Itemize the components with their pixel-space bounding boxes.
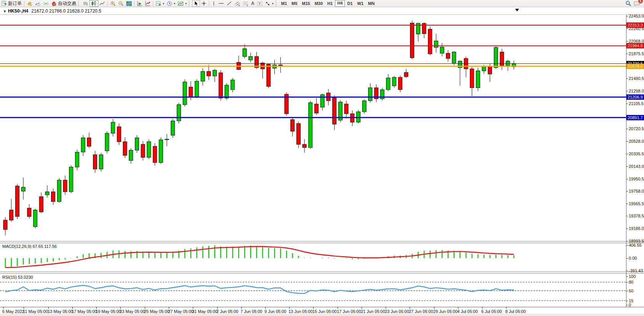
chart-menu-triangle-icon[interactable]: ▼: [3, 10, 6, 13]
candle: [303, 144, 306, 148]
trendline-button[interactable]: [225, 0, 233, 6]
tick-mark: [626, 104, 628, 104]
channel-icon: E: [234, 1, 240, 6]
line-chart-button[interactable]: [98, 0, 106, 6]
candle: [428, 29, 432, 54]
candle: [27, 208, 31, 217]
arrows-button[interactable]: ▾: [264, 0, 275, 6]
fibonacci-button[interactable]: F: [242, 0, 250, 6]
separator: [24, 1, 24, 6]
tick-mark: [265, 307, 266, 309]
styles-button[interactable]: [26, 0, 34, 6]
price-tag: 21994.8: [626, 43, 644, 48]
timeframe-d1[interactable]: D1: [345, 0, 355, 6]
dropdown-caret: ▾: [185, 2, 187, 5]
candle: [135, 138, 139, 150]
crosshair-button[interactable]: [200, 0, 208, 6]
tick-mark: [626, 258, 628, 259]
time-axis-label: 13 May 05:00: [48, 309, 73, 314]
candle: [476, 71, 480, 88]
chat-icon[interactable]: 1: [634, 0, 640, 6]
tick-mark: [120, 307, 121, 309]
time-axis-label: 29 Jun 05:00: [433, 309, 458, 314]
zoom-in-button[interactable]: [109, 0, 117, 6]
candle: [434, 41, 438, 47]
chart-shift-marker-icon[interactable]: [515, 9, 519, 11]
candle: [165, 139, 169, 140]
candle: [63, 180, 67, 192]
candle: [225, 85, 229, 98]
candle: [21, 187, 25, 191]
time-axis-label: 6 May 2022: [2, 309, 24, 314]
time-axis-label: 13 Jun 05:00: [288, 309, 313, 314]
indicator-axis-tick: 0: [629, 303, 644, 307]
market-watch-button[interactable]: [34, 0, 42, 6]
indicator-chart-button[interactable]: [144, 0, 152, 6]
search-icon[interactable]: [625, 0, 631, 6]
bar-chart-button[interactable]: [82, 0, 90, 6]
rsi-value: 53.0230: [18, 275, 33, 279]
time-axis-label: 23 Jun 05:00: [385, 309, 409, 314]
chart-canvas[interactable]: [0, 0, 644, 316]
candle: [177, 105, 181, 121]
candle: [452, 52, 456, 63]
signals-button[interactable]: [42, 0, 50, 6]
text-label-button[interactable]: T: [256, 0, 264, 6]
fibonacci-icon: F: [243, 1, 249, 6]
auto-trading-button[interactable]: 自动交易: [50, 0, 77, 6]
candle: [45, 192, 49, 195]
strategy-tester-button[interactable]: [136, 0, 144, 6]
candle: [392, 77, 396, 86]
new-order-button[interactable]: 新订单: [0, 0, 23, 6]
text-button[interactable]: A: [250, 0, 256, 6]
timeframe-w1[interactable]: W1: [355, 0, 366, 6]
tick-mark: [48, 307, 49, 309]
tick-mark: [626, 154, 628, 154]
toolbar-grip[interactable]: [276, 1, 278, 6]
timeframe-m5[interactable]: M5: [289, 0, 300, 6]
svg-text:T: T: [258, 2, 261, 5]
candle: [87, 138, 91, 146]
tick-mark: [72, 307, 73, 309]
candle: [368, 88, 372, 101]
zoom-in-icon: [110, 1, 116, 6]
auto-trading-label: 自动交易: [58, 0, 76, 7]
toolbar-grip[interactable]: [78, 1, 81, 6]
candle: [15, 186, 19, 216]
zoom-out-button[interactable]: [117, 0, 125, 6]
timeframe-m30[interactable]: M30: [312, 0, 325, 6]
tick-mark: [506, 307, 506, 309]
periods-button[interactable]: ▾: [165, 0, 176, 6]
timeframe-m1[interactable]: M1: [279, 0, 289, 6]
equidistant-channel-button[interactable]: E: [233, 0, 242, 6]
tick-mark: [626, 216, 628, 216]
timeframe-mn[interactable]: MN: [366, 0, 377, 6]
toolbar-right: 1: [625, 0, 644, 6]
candle: [488, 66, 492, 74]
vertical-line-button[interactable]: [210, 0, 217, 6]
sonar-icon: [43, 1, 49, 6]
dropdown-caret: ▾: [272, 2, 274, 5]
candle: [333, 97, 336, 124]
timeframe-h4[interactable]: H4: [335, 0, 345, 7]
cursor-button[interactable]: [192, 0, 200, 7]
auto-trading-icon: [51, 1, 57, 6]
tile-windows-button[interactable]: [125, 0, 133, 6]
timeframe-h1[interactable]: H1: [325, 0, 335, 6]
price-axis-tick: 21298.0: [629, 89, 644, 93]
tick-mark: [434, 307, 434, 309]
time-axis-label: 7 Jun 05:00: [240, 309, 263, 314]
candle: [243, 49, 247, 56]
horizontal-line-button[interactable]: [217, 0, 225, 6]
candle: [296, 123, 300, 144]
price-axis-border: [626, 14, 626, 307]
tick-mark: [24, 307, 24, 309]
candlestick-chart-button[interactable]: [90, 0, 98, 7]
timeframe-m15[interactable]: M15: [300, 0, 312, 6]
toolbar-grip[interactable]: [189, 1, 191, 6]
tick-mark: [626, 241, 628, 241]
new-chart-button[interactable]: ▾: [154, 0, 165, 6]
templates-button[interactable]: ▾: [176, 0, 188, 6]
candle: [39, 197, 43, 212]
text-label-icon: T: [257, 1, 263, 6]
